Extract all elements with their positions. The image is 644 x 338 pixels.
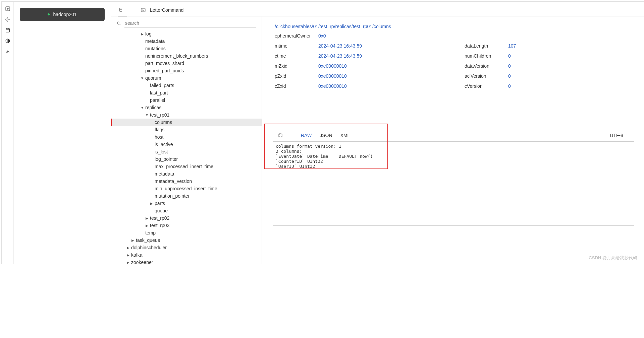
twisty-icon[interactable]: ▶ <box>145 224 149 227</box>
tree-node[interactable]: ▼test_rp01 <box>111 111 262 119</box>
twisty-icon[interactable]: ▶ <box>149 202 154 205</box>
sidebar: hadoop201 <box>14 2 111 264</box>
tree-node-label: temp <box>145 230 156 235</box>
tree-node[interactable]: ▼quorum <box>111 74 262 82</box>
tree-node[interactable]: ▶parts <box>111 200 262 207</box>
encoding-label: UTF-8 <box>610 133 623 138</box>
format-json[interactable]: JSON <box>320 133 332 138</box>
status-dot-icon <box>48 13 50 15</box>
tree-node-label: kafka <box>130 252 142 258</box>
tree-node[interactable]: ▶zookeeper <box>111 259 262 264</box>
tree-node-label: is_lost <box>154 149 168 154</box>
metadata-row: numChildren0 <box>465 53 634 59</box>
tree-node[interactable]: max_processed_insert_time <box>111 163 262 170</box>
tree-node[interactable]: ▶test_rp03 <box>111 222 262 229</box>
tree-node[interactable]: queue <box>111 207 262 214</box>
search-row <box>111 16 262 29</box>
tree-node[interactable]: metadata <box>111 38 262 45</box>
twisty-icon[interactable]: ▼ <box>140 76 145 80</box>
tree-node-label: metadata_version <box>154 179 192 184</box>
add-icon[interactable] <box>5 6 11 12</box>
tree-node[interactable]: pinned_part_uuids <box>111 67 262 74</box>
theme-icon[interactable] <box>5 38 11 44</box>
tree-node[interactable]: failed_parts <box>111 82 262 89</box>
twisty-icon[interactable]: ▶ <box>126 253 130 257</box>
tree-node[interactable]: nonincrement_block_numbers <box>111 52 262 60</box>
data-editor[interactable]: columns format version: 1 3 columns: `Ev… <box>273 141 634 226</box>
metadata-value: 0 <box>508 73 511 79</box>
metadata-row: aclVersion0 <box>465 73 634 79</box>
metadata-row <box>465 33 634 39</box>
search-icon <box>116 21 122 26</box>
tree-node-label: failed_parts <box>149 83 174 88</box>
content-body: ▶logmetadatamutationsnonincrement_block_… <box>111 16 644 264</box>
tab-tree[interactable] <box>118 4 127 16</box>
detail-pane: /clickhouse/tables/01/test_rp/replicas/t… <box>262 16 644 264</box>
save-icon[interactable] <box>278 133 283 138</box>
tree-node[interactable]: ▶kafka <box>111 251 262 259</box>
tree-node[interactable]: log_pointer <box>111 155 262 163</box>
tree-view[interactable]: ▶logmetadatamutationsnonincrement_block_… <box>111 29 262 264</box>
metadata-value: 0x0 <box>318 33 326 39</box>
upload-icon[interactable] <box>5 49 11 55</box>
tree-node-label: pinned_part_uuids <box>145 68 184 73</box>
gear-icon[interactable] <box>5 16 11 22</box>
tree-node-label: last_part <box>149 90 168 95</box>
metadata-key: cVersion <box>465 83 501 89</box>
tree-node[interactable]: temp <box>111 229 262 236</box>
metadata-row: dataVersion0 <box>465 63 634 69</box>
tab-letter-command[interactable]: LetterCommand <box>141 4 183 16</box>
metadata-value: 2024-04-23 16:43:59 <box>318 53 362 59</box>
connection-label: hadoop201 <box>53 12 76 17</box>
tree-node[interactable]: ▶dolphinscheduler <box>111 244 262 251</box>
tree-node[interactable]: columns <box>111 119 262 126</box>
metadata-key: ephemeralOwner <box>275 33 312 39</box>
tree-node[interactable]: last_part <box>111 89 262 96</box>
tree-node[interactable]: metadata_version <box>111 178 262 185</box>
tree-node[interactable]: part_moves_shard <box>111 60 262 67</box>
metadata-key: dataLength <box>465 43 501 49</box>
search-input[interactable] <box>124 19 256 27</box>
tree-pane: ▶logmetadatamutationsnonincrement_block_… <box>111 16 262 264</box>
twisty-icon[interactable]: ▶ <box>145 216 149 220</box>
tree-node[interactable]: ▼replicas <box>111 104 262 111</box>
twisty-icon[interactable]: ▶ <box>126 246 130 250</box>
twisty-icon[interactable]: ▶ <box>126 261 130 264</box>
tree-node[interactable]: flags <box>111 126 262 133</box>
tree-node-label: test_rp03 <box>149 223 169 228</box>
tree-node[interactable]: metadata <box>111 170 262 178</box>
tree-node-label: parts <box>154 201 165 206</box>
encoding-select[interactable]: UTF-8 <box>610 133 629 138</box>
metadata-key: aclVersion <box>465 73 501 79</box>
twisty-icon[interactable]: ▶ <box>140 32 145 36</box>
tree-node[interactable]: ▶test_rp02 <box>111 214 262 222</box>
editor-toolbar: RAW JSON XML UTF-8 <box>273 129 634 141</box>
app-frame: hadoop201 LetterCommand ▶logmetadatamuta… <box>1 1 644 264</box>
tree-node[interactable]: ▶log <box>111 30 262 38</box>
tree-node-label: nonincrement_block_numbers <box>145 53 208 59</box>
tree-node[interactable]: parallel <box>111 96 262 104</box>
twisty-icon[interactable]: ▼ <box>140 106 145 110</box>
format-xml[interactable]: XML <box>340 133 350 138</box>
metadata-value: 107 <box>508 43 516 49</box>
twisty-icon[interactable]: ▶ <box>130 239 135 242</box>
tree-node[interactable]: is_lost <box>111 148 262 155</box>
main-panel: LetterCommand ▶logmetadatamutationsnonin… <box>111 2 644 264</box>
tree-node[interactable]: mutations <box>111 45 262 52</box>
tab-letter-label: LetterCommand <box>150 7 183 13</box>
format-raw[interactable]: RAW <box>301 133 312 138</box>
tree-node[interactable]: ▶task_queue <box>111 236 262 244</box>
metadata-value: 0 <box>508 53 511 59</box>
metadata-key: mtime <box>275 43 312 49</box>
connection-chip[interactable]: hadoop201 <box>20 8 105 21</box>
tree-node[interactable]: min_unprocessed_insert_time <box>111 185 262 192</box>
separator <box>292 132 292 139</box>
metadata-row: mZxid0xe00000010 <box>275 63 444 69</box>
history-icon[interactable] <box>5 27 11 33</box>
tree-node[interactable]: host <box>111 133 262 141</box>
tree-node-label: max_processed_insert_time <box>154 164 213 169</box>
twisty-icon[interactable]: ▼ <box>145 113 149 117</box>
tree-node[interactable]: mutation_pointer <box>111 192 262 200</box>
tree-node-label: task_queue <box>135 238 160 243</box>
tree-node[interactable]: is_active <box>111 141 262 148</box>
